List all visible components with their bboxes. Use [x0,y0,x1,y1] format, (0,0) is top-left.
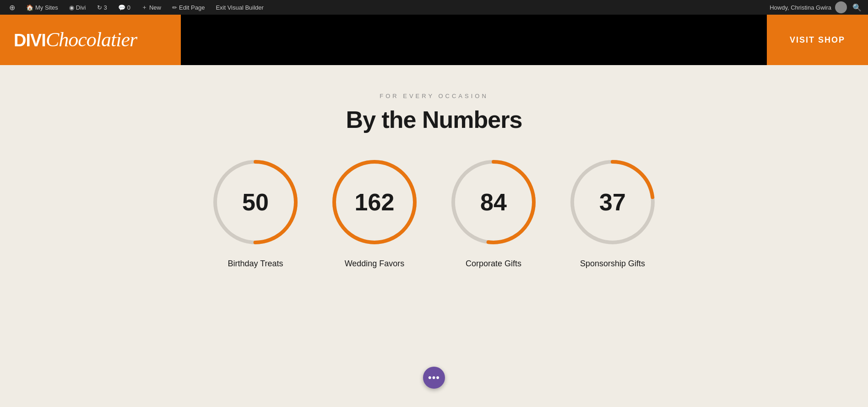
howdy-label: Howdy, Christina Gwira [770,4,831,11]
circle-label: Corporate Gifts [466,259,521,269]
exit-vb-label: Exit Visual Builder [216,4,264,11]
circle-number: 50 [242,190,269,214]
header-nav [181,15,767,65]
plus-icon: ＋ [141,3,147,11]
circle-label: Birthday Treats [228,259,283,269]
edit-page-button[interactable]: ✏ Edit Page [168,0,209,15]
comments-icon: 💬 [118,4,125,11]
section-eyebrow: FOR EVERY OCCASION [9,93,859,99]
circle-item: 162 Wedding Favors [329,156,420,269]
circles-row: 50 Birthday Treats 162 Wedding Favors 84… [9,156,859,269]
logo-bold-text: DIVI [14,31,46,50]
circle-container: 37 [567,156,658,248]
exit-visual-builder-button[interactable]: Exit Visual Builder [211,0,268,15]
section-title: By the Numbers [9,106,859,133]
wp-logo-button[interactable]: ⊕ [5,0,20,15]
circle-number: 162 [355,190,395,214]
new-content-button[interactable]: ＋ New [137,0,166,15]
updates-button[interactable]: ↻ 3 [92,0,112,15]
circle-label: Wedding Favors [345,259,405,269]
circle-number: 37 [599,190,626,214]
circle-item: 37 Sponsorship Gifts [567,156,658,269]
logo-area: DIVIChocolatier [0,15,181,65]
divi-label: Divi [76,4,86,11]
search-icon[interactable]: 🔍 [851,1,863,14]
edit-page-label: Edit Page [179,4,205,11]
divi-icon: ◉ [69,4,74,11]
circle-container: 50 [210,156,301,248]
my-sites-label: My Sites [35,4,58,11]
circle-item: 50 Birthday Treats [210,156,301,269]
comments-count: 0 [127,4,130,11]
circle-label: Sponsorship Gifts [580,259,645,269]
site-header: DIVIChocolatier VISIT SHOP [0,15,868,65]
updates-count: 3 [104,4,107,11]
divi-fab-button[interactable]: ••• [423,367,445,389]
wordpress-icon: ⊕ [9,3,15,12]
comments-button[interactable]: 💬 0 [114,0,135,15]
divi-fab-icon: ••• [428,373,440,383]
divi-menu[interactable]: ◉ Divi [65,0,91,15]
circle-container: 162 [329,156,420,248]
pencil-icon: ✏ [172,4,177,11]
user-avatar [835,1,847,13]
circle-number: 84 [480,190,507,214]
main-content: FOR EVERY OCCASION By the Numbers 50 Bir… [0,65,868,407]
circle-item: 84 Corporate Gifts [448,156,539,269]
new-label: New [149,4,161,11]
visit-shop-button[interactable]: VISIT SHOP [767,15,868,65]
site-logo: DIVIChocolatier [14,30,137,50]
admin-bar: ⊕ 🏠 My Sites ◉ Divi ↻ 3 💬 0 ＋ New ✏ Edit… [0,0,868,15]
circle-container: 84 [448,156,539,248]
my-sites-menu[interactable]: 🏠 My Sites [22,0,63,15]
updates-icon: ↻ [97,4,102,11]
logo-cursive-text: Chocolatier [46,28,137,51]
my-sites-icon: 🏠 [26,4,33,11]
